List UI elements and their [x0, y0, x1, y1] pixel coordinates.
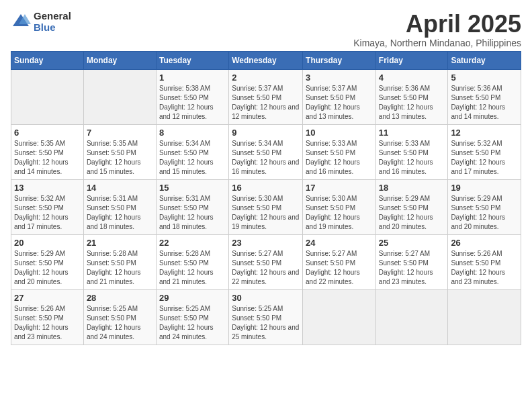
day-header-tuesday: Tuesday: [156, 51, 228, 69]
day-number: 20: [14, 238, 81, 248]
day-info: Sunrise: 5:32 AM Sunset: 5:50 PM Dayligh…: [451, 139, 518, 177]
calendar-cell: 20Sunrise: 5:29 AM Sunset: 5:50 PM Dayli…: [11, 234, 84, 289]
calendar-week-3: 13Sunrise: 5:32 AM Sunset: 5:50 PM Dayli…: [11, 179, 521, 234]
day-number: 12: [451, 128, 518, 138]
logo-icon: [11, 12, 31, 32]
day-number: 11: [379, 128, 445, 138]
day-info: Sunrise: 5:26 AM Sunset: 5:50 PM Dayligh…: [451, 249, 518, 287]
calendar-week-5: 27Sunrise: 5:26 AM Sunset: 5:50 PM Dayli…: [11, 289, 521, 345]
day-number: 24: [306, 238, 373, 248]
calendar-cell: 30Sunrise: 5:25 AM Sunset: 5:50 PM Dayli…: [229, 289, 303, 345]
calendar-week-1: 1Sunrise: 5:38 AM Sunset: 5:50 PM Daylig…: [11, 69, 521, 124]
day-number: 25: [379, 238, 445, 248]
day-info: Sunrise: 5:35 AM Sunset: 5:50 PM Dayligh…: [87, 139, 153, 177]
day-number: 17: [306, 183, 373, 193]
calendar-cell: 11Sunrise: 5:33 AM Sunset: 5:50 PM Dayli…: [375, 124, 448, 179]
day-info: Sunrise: 5:31 AM Sunset: 5:50 PM Dayligh…: [159, 194, 226, 232]
day-header-thursday: Thursday: [303, 51, 376, 69]
day-number: 14: [87, 183, 153, 193]
calendar-week-2: 6Sunrise: 5:35 AM Sunset: 5:50 PM Daylig…: [11, 124, 521, 179]
day-info: Sunrise: 5:25 AM Sunset: 5:50 PM Dayligh…: [159, 304, 226, 342]
calendar-cell: 2Sunrise: 5:37 AM Sunset: 5:50 PM Daylig…: [229, 69, 303, 124]
calendar-cell: 25Sunrise: 5:27 AM Sunset: 5:50 PM Dayli…: [375, 234, 448, 289]
calendar-cell: [11, 69, 84, 124]
day-number: 15: [159, 183, 226, 193]
calendar-cell: 9Sunrise: 5:34 AM Sunset: 5:50 PM Daylig…: [229, 124, 303, 179]
day-number: 7: [87, 128, 153, 138]
day-info: Sunrise: 5:35 AM Sunset: 5:50 PM Dayligh…: [14, 139, 81, 177]
header: General Blue April 2025 Kimaya, Northern…: [11, 11, 521, 48]
day-info: Sunrise: 5:25 AM Sunset: 5:50 PM Dayligh…: [232, 304, 300, 342]
day-number: 1: [159, 73, 226, 83]
calendar-cell: 23Sunrise: 5:27 AM Sunset: 5:50 PM Dayli…: [229, 234, 303, 289]
day-info: Sunrise: 5:37 AM Sunset: 5:50 PM Dayligh…: [232, 84, 300, 122]
calendar-cell: [448, 289, 521, 345]
day-number: 22: [159, 238, 226, 248]
day-number: 21: [87, 238, 153, 248]
day-info: Sunrise: 5:27 AM Sunset: 5:50 PM Dayligh…: [379, 249, 445, 287]
calendar-cell: 5Sunrise: 5:36 AM Sunset: 5:50 PM Daylig…: [448, 69, 521, 124]
day-info: Sunrise: 5:29 AM Sunset: 5:50 PM Dayligh…: [379, 194, 445, 232]
day-info: Sunrise: 5:31 AM Sunset: 5:50 PM Dayligh…: [87, 194, 153, 232]
calendar-cell: 1Sunrise: 5:38 AM Sunset: 5:50 PM Daylig…: [156, 69, 228, 124]
day-info: Sunrise: 5:38 AM Sunset: 5:50 PM Dayligh…: [159, 84, 226, 122]
day-number: 27: [14, 293, 81, 303]
day-number: 8: [159, 128, 226, 138]
day-number: 13: [14, 183, 81, 193]
calendar-cell: 22Sunrise: 5:28 AM Sunset: 5:50 PM Dayli…: [156, 234, 228, 289]
day-number: 6: [14, 128, 81, 138]
calendar-cell: 26Sunrise: 5:26 AM Sunset: 5:50 PM Dayli…: [448, 234, 521, 289]
calendar-cell: [375, 289, 448, 345]
day-info: Sunrise: 5:33 AM Sunset: 5:50 PM Dayligh…: [379, 139, 445, 177]
calendar-cell: 16Sunrise: 5:30 AM Sunset: 5:50 PM Dayli…: [229, 179, 303, 234]
logo-blue-text: Blue: [34, 22, 71, 34]
day-info: Sunrise: 5:32 AM Sunset: 5:50 PM Dayligh…: [14, 194, 81, 232]
day-number: 4: [379, 73, 445, 83]
calendar-cell: 18Sunrise: 5:29 AM Sunset: 5:50 PM Dayli…: [375, 179, 448, 234]
calendar-cell: 27Sunrise: 5:26 AM Sunset: 5:50 PM Dayli…: [11, 289, 84, 345]
day-number: 10: [306, 128, 373, 138]
day-info: Sunrise: 5:27 AM Sunset: 5:50 PM Dayligh…: [232, 249, 300, 287]
calendar-cell: 29Sunrise: 5:25 AM Sunset: 5:50 PM Dayli…: [156, 289, 228, 345]
day-number: 29: [159, 293, 226, 303]
day-header-monday: Monday: [83, 51, 156, 69]
calendar-week-4: 20Sunrise: 5:29 AM Sunset: 5:50 PM Dayli…: [11, 234, 521, 289]
calendar-cell: 14Sunrise: 5:31 AM Sunset: 5:50 PM Dayli…: [83, 179, 156, 234]
calendar-cell: 28Sunrise: 5:25 AM Sunset: 5:50 PM Dayli…: [83, 289, 156, 345]
title-block: April 2025 Kimaya, Northern Mindanao, Ph…: [353, 11, 521, 48]
calendar-table: SundayMondayTuesdayWednesdayThursdayFrid…: [11, 51, 521, 345]
calendar-cell: 7Sunrise: 5:35 AM Sunset: 5:50 PM Daylig…: [83, 124, 156, 179]
calendar-cell: 15Sunrise: 5:31 AM Sunset: 5:50 PM Dayli…: [156, 179, 228, 234]
day-info: Sunrise: 5:25 AM Sunset: 5:50 PM Dayligh…: [87, 304, 153, 342]
day-info: Sunrise: 5:27 AM Sunset: 5:50 PM Dayligh…: [306, 249, 373, 287]
calendar-body: 1Sunrise: 5:38 AM Sunset: 5:50 PM Daylig…: [11, 69, 521, 345]
calendar-cell: 21Sunrise: 5:28 AM Sunset: 5:50 PM Dayli…: [83, 234, 156, 289]
day-info: Sunrise: 5:34 AM Sunset: 5:50 PM Dayligh…: [232, 139, 300, 177]
day-number: 5: [451, 73, 518, 83]
calendar-cell: 3Sunrise: 5:37 AM Sunset: 5:50 PM Daylig…: [303, 69, 376, 124]
calendar-title: April 2025: [353, 11, 521, 38]
day-info: Sunrise: 5:29 AM Sunset: 5:50 PM Dayligh…: [14, 249, 81, 287]
day-info: Sunrise: 5:28 AM Sunset: 5:50 PM Dayligh…: [87, 249, 153, 287]
day-info: Sunrise: 5:33 AM Sunset: 5:50 PM Dayligh…: [306, 139, 373, 177]
logo: General Blue: [11, 11, 71, 33]
day-header-sunday: Sunday: [11, 51, 84, 69]
day-info: Sunrise: 5:36 AM Sunset: 5:50 PM Dayligh…: [451, 84, 518, 122]
day-info: Sunrise: 5:34 AM Sunset: 5:50 PM Dayligh…: [159, 139, 226, 177]
day-number: 3: [306, 73, 373, 83]
day-info: Sunrise: 5:29 AM Sunset: 5:50 PM Dayligh…: [451, 194, 518, 232]
day-info: Sunrise: 5:28 AM Sunset: 5:50 PM Dayligh…: [159, 249, 226, 287]
calendar-cell: [303, 289, 376, 345]
calendar-header-row: SundayMondayTuesdayWednesdayThursdayFrid…: [11, 51, 521, 69]
calendar-cell: 19Sunrise: 5:29 AM Sunset: 5:50 PM Dayli…: [448, 179, 521, 234]
day-number: 19: [451, 183, 518, 193]
day-info: Sunrise: 5:30 AM Sunset: 5:50 PM Dayligh…: [232, 194, 300, 232]
calendar-cell: 6Sunrise: 5:35 AM Sunset: 5:50 PM Daylig…: [11, 124, 84, 179]
day-info: Sunrise: 5:26 AM Sunset: 5:50 PM Dayligh…: [14, 304, 81, 342]
calendar-cell: 24Sunrise: 5:27 AM Sunset: 5:50 PM Dayli…: [303, 234, 376, 289]
day-number: 28: [87, 293, 153, 303]
day-number: 2: [232, 73, 300, 83]
calendar-cell: [83, 69, 156, 124]
logo-general-text: General: [34, 11, 71, 22]
calendar-cell: 10Sunrise: 5:33 AM Sunset: 5:50 PM Dayli…: [303, 124, 376, 179]
